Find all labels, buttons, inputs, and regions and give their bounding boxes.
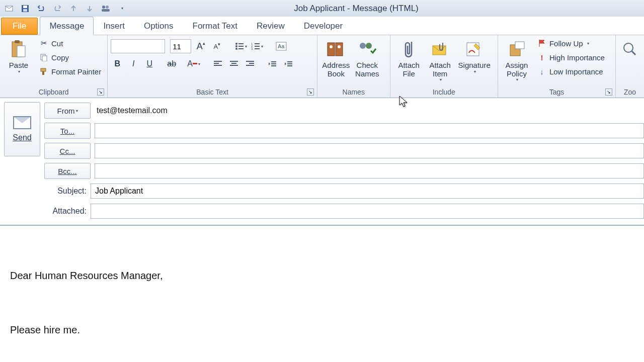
- tab-message[interactable]: Message: [40, 17, 94, 35]
- basic-text-group-label: Basic Text: [108, 86, 317, 98]
- font-color-icon[interactable]: A▾: [187, 57, 200, 70]
- cc-input[interactable]: [95, 143, 644, 158]
- svg-point-47: [360, 43, 366, 49]
- low-importance-button[interactable]: ↓ Low Importance: [534, 65, 608, 77]
- numbering-icon[interactable]: 123▾: [251, 40, 264, 53]
- tab-options[interactable]: Options: [134, 17, 183, 35]
- tab-insert[interactable]: Insert: [94, 17, 134, 35]
- paste-button[interactable]: Paste ▾: [3, 37, 34, 74]
- increase-indent-icon[interactable]: [282, 57, 295, 70]
- tags-group-label: Tags: [498, 86, 615, 98]
- basic-text-launcher-icon[interactable]: ↘: [307, 88, 314, 96]
- svg-rect-28: [214, 61, 222, 62]
- address-book-button[interactable]: Address Book: [320, 37, 352, 78]
- cc-button[interactable]: Cc...: [44, 143, 91, 159]
- strikethrough-icon[interactable]: ab: [165, 57, 178, 70]
- follow-up-button[interactable]: Follow Up▾: [534, 37, 608, 49]
- align-center-icon[interactable]: [227, 57, 240, 70]
- format-painter-button[interactable]: Format Painter: [36, 65, 104, 77]
- low-importance-icon: ↓: [537, 67, 546, 76]
- from-button[interactable]: From ▾: [44, 103, 91, 119]
- attached-label: Attached:: [44, 207, 91, 216]
- signature-label: Signature: [458, 61, 491, 70]
- underline-icon[interactable]: U: [143, 57, 156, 70]
- align-left-icon[interactable]: [211, 57, 224, 70]
- copy-button[interactable]: Copy: [36, 51, 104, 63]
- svg-rect-8: [15, 40, 20, 43]
- grow-font-icon[interactable]: A▴: [194, 40, 207, 53]
- font-size-select[interactable]: [170, 39, 191, 53]
- svg-point-46: [338, 45, 341, 48]
- subject-input[interactable]: [91, 184, 644, 199]
- tags-launcher-icon[interactable]: ↘: [605, 88, 612, 96]
- check-names-button[interactable]: Check Names: [352, 37, 383, 78]
- redo-icon[interactable]: [50, 2, 64, 15]
- signature-button[interactable]: Signature ▾: [456, 37, 493, 74]
- from-value: test@testemail.com: [95, 106, 644, 115]
- title-bar: ▾ Job Applicant - Message (HTML): [0, 0, 644, 17]
- bcc-input[interactable]: [95, 163, 644, 178]
- send-button[interactable]: Send: [4, 102, 40, 156]
- svg-rect-33: [230, 65, 238, 66]
- assign-policy-label: Assign Policy: [505, 61, 528, 78]
- svg-rect-12: [41, 68, 46, 71]
- subject-label: Subject:: [44, 187, 91, 196]
- undo-icon[interactable]: [34, 2, 48, 15]
- contacts-icon[interactable]: [99, 2, 113, 15]
- chevron-down-icon: ▾: [440, 78, 442, 82]
- clipboard-launcher-icon[interactable]: ↘: [97, 88, 104, 96]
- italic-icon[interactable]: I: [127, 57, 140, 70]
- attach-file-button[interactable]: Attach File: [393, 37, 425, 78]
- svg-rect-32: [231, 63, 236, 64]
- format-painter-icon: [39, 67, 48, 76]
- tab-developer[interactable]: Developer: [294, 17, 353, 35]
- font-family-select[interactable]: [111, 39, 165, 53]
- address-book-label: Address Book: [322, 61, 350, 78]
- attach-item-label: Attach Item: [429, 61, 451, 78]
- paste-icon: [9, 39, 29, 59]
- message-body[interactable]: Dear Human Resources Manager, Please hir…: [0, 225, 644, 362]
- include-group-label: Include: [390, 86, 498, 98]
- assign-policy-button[interactable]: Assign Policy▾: [501, 37, 532, 82]
- bcc-button[interactable]: Bcc...: [44, 163, 91, 179]
- shrink-font-icon[interactable]: A▾: [210, 40, 223, 53]
- to-button[interactable]: To...: [44, 123, 91, 139]
- svg-point-18: [235, 48, 237, 50]
- next-item-icon[interactable]: [83, 2, 97, 15]
- app-icon[interactable]: [2, 2, 16, 15]
- flag-icon: [537, 39, 546, 48]
- cut-button[interactable]: ✂ Cut: [36, 37, 104, 49]
- svg-rect-29: [214, 63, 219, 64]
- clipboard-group-label: Clipboard: [0, 86, 107, 98]
- body-line: Please hire me.: [10, 322, 634, 337]
- to-input[interactable]: [95, 123, 644, 138]
- tab-format-text[interactable]: Format Text: [183, 17, 247, 35]
- zoom-button[interactable]: [619, 37, 641, 61]
- qat-customize-icon[interactable]: ▾: [115, 2, 129, 15]
- styles-icon[interactable]: Aa: [275, 40, 288, 53]
- send-label: Send: [13, 133, 31, 142]
- high-importance-icon: !: [537, 53, 546, 62]
- svg-rect-30: [214, 65, 222, 66]
- attached-input[interactable]: [91, 204, 644, 219]
- decrease-indent-icon[interactable]: [266, 57, 279, 70]
- align-right-icon[interactable]: [244, 57, 257, 70]
- tab-review[interactable]: Review: [247, 17, 294, 35]
- chevron-down-icon: ▾: [474, 70, 476, 74]
- svg-rect-6: [102, 9, 110, 12]
- attach-item-button[interactable]: Attach Item▾: [425, 37, 456, 82]
- save-icon[interactable]: [18, 2, 32, 15]
- svg-rect-9: [17, 46, 25, 57]
- svg-point-48: [366, 43, 372, 49]
- assign-policy-icon: [507, 39, 527, 59]
- high-importance-button[interactable]: ! High Importance: [534, 51, 608, 63]
- tab-file[interactable]: File: [1, 18, 38, 35]
- attach-file-label: Attach File: [398, 61, 420, 78]
- bullets-icon[interactable]: ▾: [234, 40, 248, 53]
- svg-rect-38: [271, 63, 276, 64]
- copy-label: Copy: [51, 53, 69, 62]
- svg-rect-23: [255, 46, 260, 47]
- bold-icon[interactable]: B: [111, 57, 124, 70]
- high-importance-label: High Importance: [549, 53, 605, 62]
- previous-item-icon[interactable]: [66, 2, 80, 15]
